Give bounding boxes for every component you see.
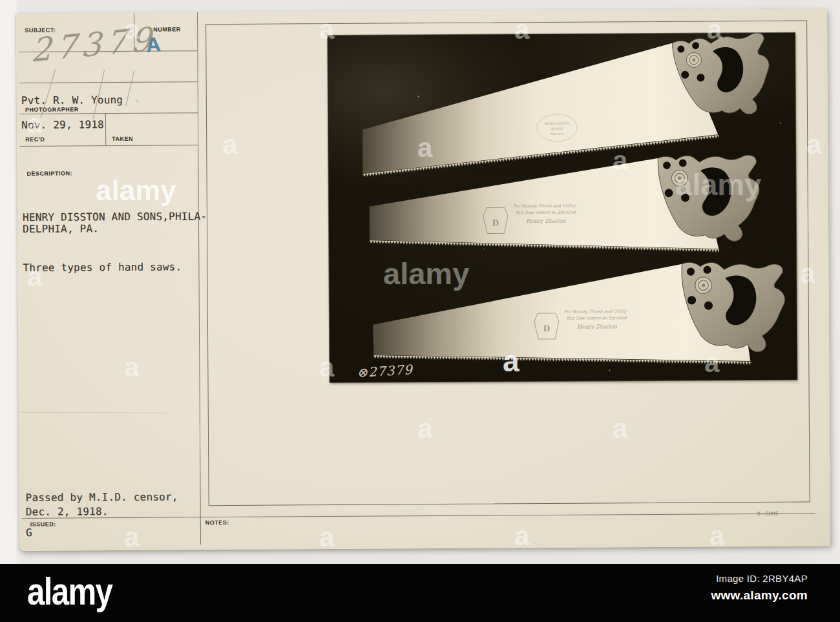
alamy-logo: alamy	[27, 569, 112, 614]
hand-saw-3: D For Beauty, Finish and Utility this Sa…	[372, 258, 788, 367]
svg-text:For Beauty, Finish and Utility: For Beauty, Finish and Utility	[513, 203, 576, 209]
hand-saw-1: HENRY DISSTON & SONS PHILADA	[362, 33, 772, 177]
photo-index-card: SUBJECT: NUMBER 27379 A Pvt. R. W. Young…	[16, 8, 830, 551]
svg-text:this Saw cannot be Excelled: this Saw cannot be Excelled	[567, 315, 627, 321]
blue-number-stamp: A	[145, 33, 162, 57]
description-label: DESCRIPTION:	[26, 170, 72, 176]
paper-crease	[20, 412, 170, 413]
alamy-footer-bar: alamy Image ID: 2RBY4AP www.alamy.com	[0, 564, 840, 622]
svg-text:D: D	[543, 324, 550, 333]
divider-left-column	[197, 12, 201, 544]
issued-label: ISSUED:	[30, 521, 56, 528]
description-line-3: Three types of hand saws.	[23, 260, 182, 274]
censor-line-1: Passed by M.I.D. censor,	[26, 490, 178, 503]
number-label: NUMBER	[153, 26, 181, 32]
issued-value: G	[26, 526, 32, 539]
received-date: Nov. 29, 1918	[21, 118, 104, 131]
saws-illustration: HENRY DISSTON & SONS PHILADA D For Beaut…	[328, 33, 797, 382]
rule-recd-bottom	[19, 145, 198, 147]
saws-photograph: HENRY DISSTON & SONS PHILADA D For Beaut…	[328, 33, 797, 382]
svg-text:For Beauty, Finish and Utility: For Beauty, Finish and Utility	[564, 309, 627, 315]
alamy-url: www.alamy.com	[711, 588, 808, 603]
taken-label: TAKEN	[112, 136, 133, 142]
svg-text:HENRY DISSTON: HENRY DISSTON	[545, 122, 570, 125]
photographer-name: Pvt. R. W. Young	[21, 94, 123, 107]
svg-text:& SONS: & SONS	[551, 127, 563, 130]
svg-text:D: D	[492, 218, 499, 227]
photographer-label: PHOTOGRAPHER	[25, 106, 79, 113]
photo-caption-number: ⊗27379	[357, 362, 414, 380]
scanned-archive-page: SUBJECT: NUMBER 27379 A Pvt. R. W. Young…	[0, 0, 840, 622]
description-line-1: HENRY DISSTON AND SONS,PHILA-	[23, 210, 207, 223]
description-line-2: DELPHIA, PA.	[23, 222, 99, 235]
notes-label: NOTES:	[205, 519, 229, 526]
print-code: 3—5005	[757, 511, 779, 517]
received-label: REC'D	[25, 136, 45, 143]
rule-issued-notes	[22, 513, 815, 519]
svg-text:PHILADA: PHILADA	[551, 132, 564, 136]
image-id: Image ID: 2RBY4AP	[711, 573, 808, 584]
svg-text:this Saw cannot be Excelled: this Saw cannot be Excelled	[516, 210, 576, 216]
svg-text:Henry Disston: Henry Disston	[577, 323, 617, 329]
svg-text:Henry Disston: Henry Disston	[526, 218, 566, 224]
image-credit-block: Image ID: 2RBY4AP www.alamy.com	[711, 573, 808, 603]
censor-line-2: Dec. 2, 1918.	[26, 505, 109, 518]
